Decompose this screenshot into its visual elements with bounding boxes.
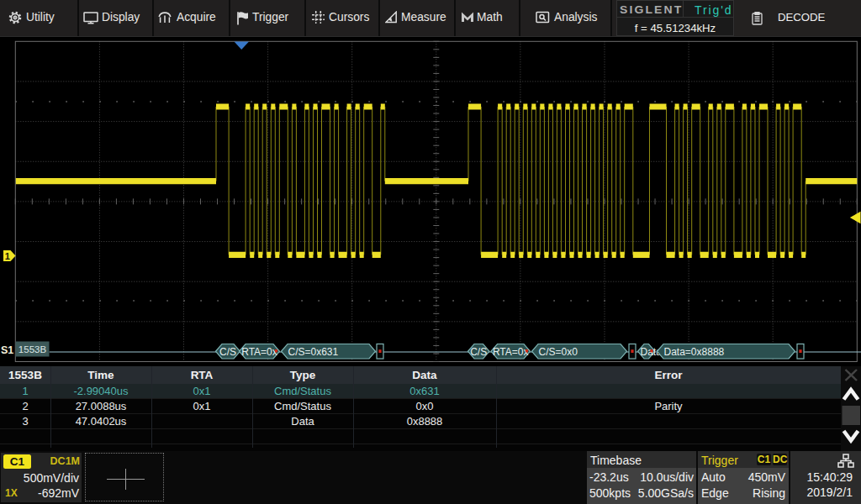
svg-text:1553B: 1553B bbox=[18, 344, 47, 354]
svg-text:RTA=0x: RTA=0x bbox=[493, 346, 529, 358]
svg-text:RTA=0x: RTA=0x bbox=[241, 346, 277, 358]
svg-text:C/S: C/S bbox=[470, 346, 487, 358]
svg-text:1: 1 bbox=[5, 251, 10, 261]
svg-text:C/S=0x631: C/S=0x631 bbox=[288, 346, 339, 358]
svg-text:S1: S1 bbox=[1, 344, 13, 356]
svg-text:C/S=0x0: C/S=0x0 bbox=[539, 346, 578, 358]
svg-text:C/S: C/S bbox=[219, 346, 236, 358]
svg-text:Data=0x8888: Data=0x8888 bbox=[664, 346, 725, 358]
